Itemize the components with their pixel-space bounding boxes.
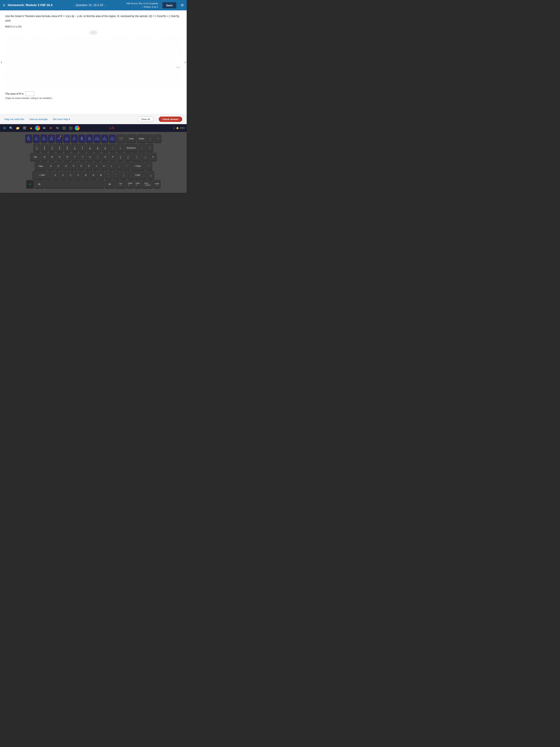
app3-icon[interactable]: ⬛: [68, 125, 73, 131]
nav-right-arrow[interactable]: ›: [185, 60, 186, 65]
key-tab[interactable]: Tab: [30, 153, 41, 161]
mail-icon[interactable]: ✉: [42, 125, 47, 131]
key-5[interactable]: %5: [64, 144, 71, 152]
key-num7[interactable]: 7Home: [142, 153, 149, 161]
get-more-help-button[interactable]: Get more help ▾: [53, 118, 70, 121]
key-p[interactable]: P: [110, 153, 116, 161]
expand-button[interactable]: ···: [90, 31, 97, 34]
refresh-icon[interactable]: ↻: [55, 125, 60, 131]
key-i[interactable]: I: [95, 153, 101, 161]
key-ctrl-right[interactable]: Ctrl≡: [115, 180, 126, 188]
chrome-icon[interactable]: [35, 126, 40, 130]
key-b[interactable]: B: [82, 171, 89, 179]
key-f2[interactable]: ☀-F2: [33, 134, 39, 143]
key-0[interactable]: )0: [102, 144, 108, 152]
taskbar-notification[interactable]: 🔔: [176, 127, 179, 129]
key-6[interactable]: ^6: [72, 144, 78, 152]
key-period[interactable]: >.: [113, 171, 119, 179]
key-z[interactable]: Z: [52, 171, 59, 179]
next-question-icon[interactable]: ›: [105, 4, 106, 7]
key-7[interactable]: &7: [79, 144, 86, 152]
nav-left-arrow[interactable]: ‹: [1, 60, 2, 65]
key-delete[interactable]: Delete: [137, 134, 146, 143]
key-9[interactable]: (9: [94, 144, 101, 152]
key-s[interactable]: S: [55, 162, 62, 170]
key-enter[interactable]: ⏎ Enter: [131, 162, 144, 170]
stop-icon[interactable]: ■: [48, 125, 53, 131]
key-num4[interactable]: 4←: [145, 162, 152, 170]
key-alt-left[interactable]: Alt: [35, 180, 44, 188]
key-e[interactable]: E: [56, 153, 63, 161]
key-num-minus[interactable]: −: [139, 144, 145, 152]
key-insert-num[interactable]: Insert0: [154, 180, 160, 188]
key-k[interactable]: K: [101, 162, 107, 170]
key-bracket-open[interactable]: {[: [117, 153, 124, 161]
app2-icon[interactable]: ⬛: [61, 125, 67, 131]
gear-icon[interactable]: ⚙: [181, 3, 184, 7]
key-f9[interactable]: ⏮F9: [86, 134, 93, 143]
key-shift-right[interactable]: ⇑ Shift: [128, 171, 146, 179]
key-g[interactable]: G: [78, 162, 85, 170]
key-a[interactable]: A: [48, 162, 54, 170]
key-x[interactable]: X: [60, 171, 66, 179]
key-d[interactable]: D: [63, 162, 70, 170]
key-backslash[interactable]: |\: [132, 153, 141, 161]
key-u[interactable]: U: [87, 153, 94, 161]
key-1[interactable]: !1: [33, 144, 40, 152]
view-example-button[interactable]: View an example: [29, 118, 48, 121]
key-y[interactable]: Y: [79, 153, 86, 161]
key-insert[interactable]: Insert: [127, 134, 136, 143]
key-2[interactable]: @2: [41, 144, 48, 152]
hamburger-icon[interactable]: ≡: [3, 3, 5, 7]
prev-question-icon[interactable]: ‹: [73, 4, 74, 7]
app1-icon[interactable]: ◆: [28, 125, 34, 131]
key-windows[interactable]: ⊞: [26, 180, 34, 188]
key-f[interactable]: F: [70, 162, 77, 170]
key-r[interactable]: R: [64, 153, 71, 161]
key-f8[interactable]: ⏹F8: [79, 134, 85, 143]
answer-input[interactable]: [25, 92, 34, 96]
key-bracket-close[interactable]: }]: [125, 153, 132, 161]
key-f7[interactable]: ⟳F7: [71, 134, 78, 143]
key-pgdn[interactable]: PgDn∨: [134, 180, 141, 188]
key-slash[interactable]: ?/: [121, 171, 127, 179]
key-4[interactable]: $4: [56, 144, 63, 152]
windows-icon[interactable]: ⊞: [2, 125, 7, 131]
key-8[interactable]: *8: [87, 144, 93, 152]
key-f1[interactable]: 🔊-F1: [25, 134, 32, 143]
key-o[interactable]: O: [102, 153, 109, 161]
key-num1[interactable]: 1End: [148, 171, 154, 179]
key-equals[interactable]: +=: [117, 144, 124, 152]
key-numstar[interactable]: *: [155, 134, 161, 143]
key-f10[interactable]: ◄F10: [94, 134, 100, 143]
key-t[interactable]: T: [72, 153, 78, 161]
key-end[interactable]: End ›⟨ Home: [142, 180, 153, 188]
key-prtsc[interactable]: PrtScScrLk: [116, 134, 126, 143]
taskbar-caret-up[interactable]: ∧: [174, 127, 175, 129]
key-shift-left[interactable]: ⇑ Shift: [33, 171, 51, 179]
key-numslash[interactable]: /: [147, 134, 154, 143]
check-answer-button[interactable]: Check answer: [159, 117, 182, 122]
key-num-plus[interactable]: +: [146, 144, 153, 152]
key-l[interactable]: L: [108, 162, 115, 170]
key-f6[interactable]: ⇒F6: [63, 134, 70, 143]
key-f12[interactable]: ◄+F12: [109, 134, 115, 143]
key-alt-right[interactable]: Alt: [105, 180, 114, 188]
key-space[interactable]: [45, 180, 104, 188]
key-semicolon[interactable]: :;: [116, 162, 123, 170]
key-f3[interactable]: ☀+F3: [41, 134, 47, 143]
key-m[interactable]: M: [98, 171, 104, 179]
key-w[interactable]: W: [49, 153, 56, 161]
key-n[interactable]: N: [90, 171, 97, 179]
key-minus[interactable]: _−: [109, 144, 116, 152]
media-icon[interactable]: 🎬: [22, 125, 27, 131]
key-caps[interactable]: Caps: [35, 162, 47, 170]
key-j[interactable]: J: [93, 162, 100, 170]
key-q[interactable]: Q: [41, 153, 48, 161]
help-me-solve-button[interactable]: Help me solve this: [4, 118, 24, 121]
key-f5[interactable]: F5: [56, 134, 62, 143]
key-comma[interactable]: <,: [105, 171, 112, 179]
key-f11[interactable]: ◄-F11: [101, 134, 108, 143]
key-h[interactable]: H: [85, 162, 92, 170]
key-quote[interactable]: "': [124, 162, 130, 170]
